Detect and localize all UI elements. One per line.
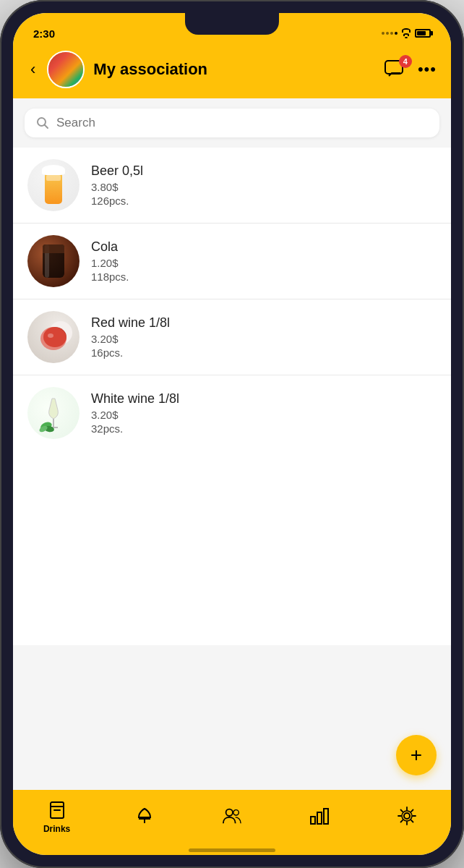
settings-icon <box>397 806 417 826</box>
search-icon <box>36 116 49 129</box>
nav-item-people[interactable] <box>210 806 254 829</box>
item-info: Beer 0,5l 3.80$ 126pcs. <box>91 163 437 207</box>
list-item[interactable]: Red wine 1/8l 3.20$ 16pcs. <box>13 299 451 375</box>
wifi-icon <box>402 28 411 38</box>
status-time: 2:30 <box>33 27 55 40</box>
people-icon <box>222 806 242 826</box>
svg-rect-13 <box>53 809 61 811</box>
more-options-button[interactable]: ••• <box>418 60 437 79</box>
list-item[interactable]: White wine 1/8l 3.20$ 32pcs. <box>13 375 451 451</box>
signal-icon <box>382 32 398 35</box>
search-input[interactable] <box>56 116 428 130</box>
item-price: 1.20$ <box>91 257 437 269</box>
item-price: 3.20$ <box>91 333 437 345</box>
item-name: Red wine 1/8l <box>91 315 437 331</box>
item-qty: 126pcs. <box>91 195 437 207</box>
item-info: White wine 1/8l 3.20$ 32pcs. <box>91 391 437 435</box>
header-actions: 4 ••• <box>383 59 437 80</box>
item-qty: 118pcs. <box>91 271 437 283</box>
svg-rect-18 <box>311 817 315 824</box>
nav-item-settings[interactable] <box>385 806 429 829</box>
svg-point-21 <box>404 813 410 819</box>
food-icon <box>134 806 155 826</box>
item-image-cola <box>27 235 80 287</box>
bottom-nav: Drinks <box>13 790 451 855</box>
item-image-whitewine <box>27 387 80 439</box>
list-item[interactable]: Beer 0,5l 3.80$ 126pcs. <box>13 148 451 224</box>
svg-point-16 <box>226 809 233 816</box>
list-footer: + <box>13 645 451 790</box>
item-image-redwine <box>27 311 80 363</box>
stats-icon <box>309 806 330 826</box>
list-item[interactable]: Cola 1.20$ 118pcs. <box>13 224 451 299</box>
item-info: Cola 1.20$ 118pcs. <box>91 239 437 283</box>
item-price: 3.80$ <box>91 181 437 193</box>
item-qty: 32pcs. <box>91 422 437 435</box>
battery-icon <box>415 29 431 38</box>
nav-label-drinks: Drinks <box>43 824 70 834</box>
items-list: Beer 0,5l 3.80$ 126pcs. <box>13 148 451 645</box>
status-icons <box>382 28 431 38</box>
notch <box>185 13 279 35</box>
item-info: Red wine 1/8l 3.20$ 16pcs. <box>91 315 437 359</box>
svg-point-5 <box>48 333 53 338</box>
phone-screen: 2:30 ‹ My association <box>13 13 451 855</box>
notification-button[interactable]: 4 <box>383 59 406 80</box>
item-image-beer <box>27 159 80 211</box>
content-area: Beer 0,5l 3.80$ 126pcs. <box>13 98 451 790</box>
nav-item-food[interactable] <box>123 806 166 829</box>
svg-point-17 <box>233 810 239 815</box>
item-name: Cola <box>91 239 437 255</box>
item-name: Beer 0,5l <box>91 163 437 179</box>
page-title: My association <box>93 60 374 79</box>
header: ‹ My association 4 ••• <box>13 45 451 98</box>
search-container <box>13 98 451 148</box>
nav-item-drinks[interactable]: Drinks <box>35 801 79 834</box>
notification-badge: 4 <box>399 55 412 68</box>
avatar[interactable] <box>47 51 85 88</box>
item-qty: 16pcs. <box>91 346 437 359</box>
svg-rect-20 <box>324 809 328 824</box>
svg-rect-19 <box>317 812 322 824</box>
drinks-icon <box>47 801 67 821</box>
nav-item-stats[interactable] <box>298 806 341 829</box>
item-price: 3.20$ <box>91 409 437 421</box>
search-bar <box>25 109 439 137</box>
home-indicator <box>189 848 275 852</box>
add-button[interactable]: + <box>396 735 437 775</box>
svg-point-4 <box>40 327 66 350</box>
phone-frame: 2:30 ‹ My association <box>0 0 464 868</box>
back-button[interactable]: ‹ <box>27 57 38 82</box>
item-name: White wine 1/8l <box>91 391 437 407</box>
